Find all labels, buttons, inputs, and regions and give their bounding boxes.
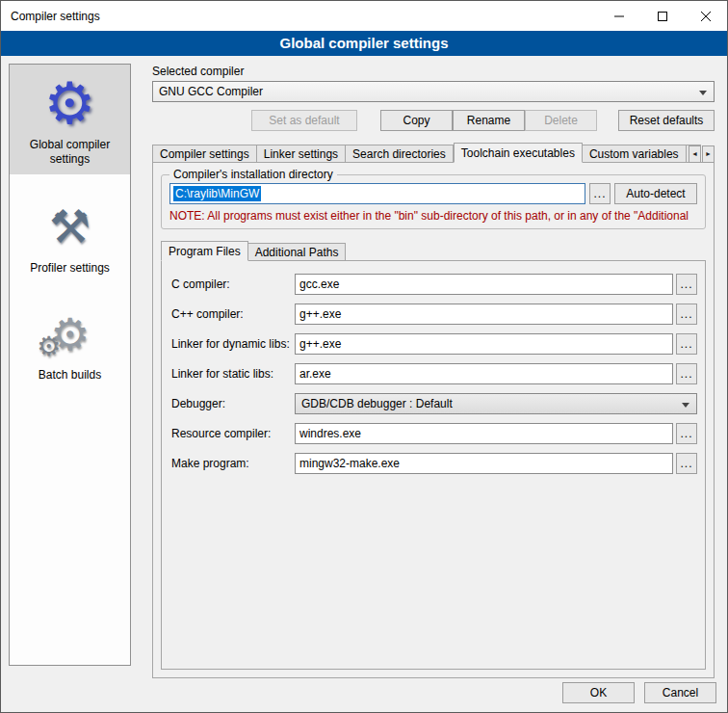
static-linker-row: Linker for static libs: ... bbox=[171, 363, 697, 384]
copy-button[interactable]: Copy bbox=[380, 110, 453, 131]
tab-compiler-settings[interactable]: Compiler settings bbox=[152, 145, 257, 163]
gears-icon: ⚙⚙ bbox=[12, 306, 128, 362]
install-dir-browse-button[interactable]: ... bbox=[589, 183, 611, 204]
sidebar-item-label: Global compiler settings bbox=[12, 138, 128, 167]
gear-icon: ⚙ bbox=[12, 74, 128, 132]
resource-compiler-input[interactable] bbox=[295, 423, 673, 444]
dialog-footer: OK Cancel bbox=[562, 682, 716, 703]
minimize-icon bbox=[614, 12, 624, 21]
debugger-label: Debugger: bbox=[171, 397, 295, 410]
debugger-row: Debugger: GDB/CDB debugger : Default bbox=[171, 393, 697, 414]
selected-compiler-label: Selected compiler bbox=[152, 65, 715, 78]
program-files-panel: C compiler: ... C++ compiler: ... Linker… bbox=[161, 260, 706, 670]
c-compiler-label: C compiler: bbox=[171, 277, 295, 291]
sidebar-item-profiler-settings[interactable]: ⚒ Profiler settings bbox=[10, 188, 130, 283]
compiler-select[interactable]: GNU GCC Compiler bbox=[152, 81, 715, 102]
tab-scroll-left-button[interactable]: ◄ bbox=[689, 145, 701, 163]
compiler-settings-window: Compiler settings Global compiler settin… bbox=[0, 0, 728, 713]
make-program-label: Make program: bbox=[171, 457, 295, 470]
debugger-select[interactable]: GDB/CDB debugger : Default bbox=[295, 393, 697, 414]
chevron-down-icon bbox=[682, 403, 689, 408]
close-button[interactable] bbox=[684, 2, 727, 31]
tab-toolchain-executables[interactable]: Toolchain executables bbox=[454, 143, 583, 163]
cancel-button[interactable]: Cancel bbox=[644, 682, 716, 703]
installation-directory-group: Compiler's installation directory C:\ray… bbox=[161, 174, 706, 229]
tab-additional-paths[interactable]: Additional Paths bbox=[248, 243, 347, 261]
dynamic-linker-input[interactable] bbox=[295, 333, 673, 355]
cpp-compiler-input[interactable] bbox=[295, 304, 673, 325]
resource-compiler-row: Resource compiler: ... bbox=[171, 423, 697, 444]
auto-detect-button[interactable]: Auto-detect bbox=[614, 183, 697, 204]
tab-search-directories[interactable]: Search directories bbox=[346, 145, 454, 163]
sidebar-item-global-compiler-settings[interactable]: ⚙ Global compiler settings bbox=[10, 65, 130, 174]
static-linker-input[interactable] bbox=[295, 363, 673, 384]
debugger-select-value: GDB/CDB debugger : Default bbox=[301, 397, 453, 410]
sidebar-item-label: Profiler settings bbox=[12, 261, 128, 276]
installation-directory-label: Compiler's installation directory bbox=[169, 168, 337, 181]
reset-defaults-button[interactable]: Reset defaults bbox=[618, 110, 715, 131]
dynamic-linker-browse-button[interactable]: ... bbox=[676, 333, 697, 355]
ok-button[interactable]: OK bbox=[562, 682, 635, 703]
tab-scroll-arrows: ◄ ► bbox=[689, 145, 715, 163]
settings-sidebar: ⚙ Global compiler settings ⚒ Profiler se… bbox=[9, 64, 131, 666]
sidebar-item-label: Batch builds bbox=[12, 368, 128, 383]
tab-linker-settings[interactable]: Linker settings bbox=[257, 145, 346, 163]
resource-compiler-browse-button[interactable]: ... bbox=[676, 423, 697, 444]
make-program-browse-button[interactable]: ... bbox=[676, 453, 697, 474]
settings-tabs: Compiler settings Linker settings Search… bbox=[152, 143, 715, 163]
dynamic-linker-row: Linker for dynamic libs: ... bbox=[171, 333, 697, 355]
compiler-buttons-row: Set as default Copy Rename Delete Reset … bbox=[152, 110, 715, 131]
arrow-left-icon: ◄ bbox=[691, 150, 698, 157]
install-dir-value: C:\raylib\MinGW bbox=[173, 186, 261, 201]
c-compiler-input[interactable] bbox=[295, 274, 673, 295]
program-tabs: Program Files Additional Paths bbox=[161, 241, 706, 261]
close-icon bbox=[701, 12, 711, 21]
install-dir-input[interactable]: C:\raylib\MinGW bbox=[169, 183, 585, 204]
toolchain-executables-panel: Compiler's installation directory C:\ray… bbox=[152, 162, 715, 678]
c-compiler-row: C compiler: ... bbox=[171, 274, 697, 295]
chevron-down-icon bbox=[699, 91, 707, 95]
make-program-input[interactable] bbox=[295, 453, 673, 474]
sidebar-item-batch-builds[interactable]: ⚙⚙ Batch builds bbox=[10, 297, 130, 390]
static-linker-browse-button[interactable]: ... bbox=[676, 363, 697, 384]
arrow-right-icon: ► bbox=[705, 150, 712, 157]
titlebar: Compiler settings bbox=[1, 1, 727, 31]
maximize-icon bbox=[658, 12, 667, 21]
main-panel: Selected compiler GNU GCC Compiler Set a… bbox=[152, 65, 715, 678]
tab-custom-variables[interactable]: Custom variables bbox=[583, 145, 687, 163]
tab-program-files[interactable]: Program Files bbox=[161, 241, 248, 261]
dialog-header: Global compiler settings bbox=[1, 31, 727, 56]
cpp-compiler-browse-button[interactable]: ... bbox=[676, 304, 697, 325]
maximize-button[interactable] bbox=[640, 2, 684, 31]
c-compiler-browse-button[interactable]: ... bbox=[676, 274, 697, 295]
compiler-select-value: GNU GCC Compiler bbox=[159, 85, 263, 98]
gear-icon: ⚙ bbox=[37, 333, 61, 360]
set-as-default-button: Set as default bbox=[251, 110, 357, 131]
dynamic-linker-label: Linker for dynamic libs: bbox=[171, 337, 295, 351]
hammer-icon: ⚒ bbox=[12, 198, 128, 255]
window-title: Compiler settings bbox=[11, 10, 597, 23]
rename-button[interactable]: Rename bbox=[453, 110, 525, 131]
delete-button: Delete bbox=[525, 110, 597, 131]
static-linker-label: Linker for static libs: bbox=[171, 367, 295, 381]
cpp-compiler-label: C++ compiler: bbox=[171, 307, 295, 321]
make-program-row: Make program: ... bbox=[171, 453, 697, 474]
resource-compiler-label: Resource compiler: bbox=[171, 427, 295, 440]
minimize-button[interactable] bbox=[597, 2, 640, 31]
tab-scroll-right-button[interactable]: ► bbox=[702, 145, 715, 163]
bin-subdirectory-note: NOTE: All programs must exist either in … bbox=[169, 209, 697, 223]
installation-directory-row: C:\raylib\MinGW ... Auto-detect bbox=[169, 183, 697, 204]
spacer bbox=[152, 110, 251, 131]
cpp-compiler-row: C++ compiler: ... bbox=[171, 304, 697, 325]
